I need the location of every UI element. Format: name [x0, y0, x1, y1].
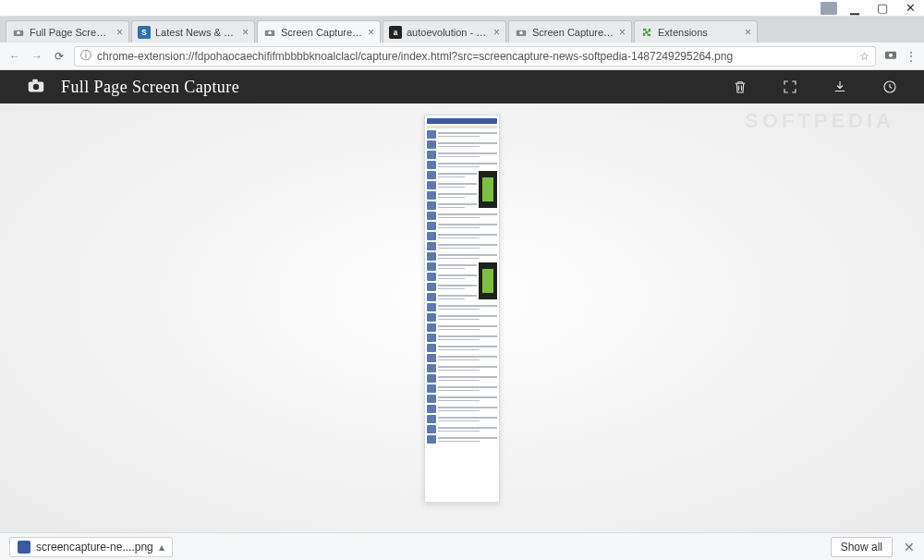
address-bar[interactable]: ⓘ chrome-extension://fdpohaocaechififmbb…	[74, 46, 876, 67]
extension-camera-icon[interactable]	[883, 47, 898, 65]
downloads-bar-close-button[interactable]: ✕	[904, 540, 915, 554]
browser-menu-button[interactable]: ⋮	[906, 50, 917, 63]
tab-favicon: a	[389, 26, 402, 39]
browser-tab[interactable]: Extensions×	[634, 20, 758, 43]
svg-point-11	[889, 54, 893, 57]
tab-favicon	[640, 26, 653, 39]
tab-title: autoevolution - autom	[407, 27, 489, 38]
capture-preview[interactable]	[424, 115, 500, 503]
bookmark-star-icon[interactable]: ☆	[859, 50, 869, 63]
tab-favicon: S	[138, 26, 151, 39]
history-button[interactable]	[881, 79, 898, 95]
svg-point-9	[519, 30, 523, 34]
tab-title: Full Page Screen Captu	[30, 27, 112, 38]
app-header: Full Page Screen Capture	[0, 70, 924, 103]
user-avatar[interactable]	[821, 2, 837, 15]
downloads-bar: screencapture-ne....png ▴ Show all ✕	[0, 532, 924, 560]
svg-point-13	[33, 83, 39, 89]
window-minimize-button[interactable]: ▁	[841, 1, 869, 15]
download-item[interactable]: screencapture-ne....png ▴	[9, 537, 173, 557]
show-all-downloads-button[interactable]: Show all	[831, 537, 893, 557]
svg-rect-14	[32, 79, 38, 82]
tab-close-icon[interactable]: ×	[745, 26, 751, 39]
browser-tab[interactable]: SLatest News & Reviews×	[131, 20, 255, 43]
window-titlebar: ▁ ▢ ✕	[0, 0, 924, 17]
tab-title: Latest News & Reviews	[155, 27, 237, 38]
reload-button[interactable]: ⟳	[52, 50, 67, 63]
svg-text:a: a	[394, 28, 398, 36]
tab-close-icon[interactable]: ×	[242, 26, 249, 39]
tab-close-icon[interactable]: ×	[116, 26, 123, 39]
tab-favicon	[515, 26, 528, 39]
tab-close-icon[interactable]: ×	[368, 26, 374, 39]
browser-tab[interactable]: Full Page Screen Captu×	[6, 20, 129, 43]
file-icon	[18, 541, 30, 554]
fullscreen-button[interactable]	[782, 79, 798, 95]
window-close-button[interactable]: ✕	[896, 1, 924, 15]
download-filename: screencapture-ne....png	[36, 541, 153, 554]
capture-viewport: SOFTPEDIA	[0, 103, 924, 532]
tab-favicon	[263, 26, 276, 39]
svg-text:S: S	[141, 28, 147, 36]
browser-tab[interactable]: Screen Capture Result×	[257, 20, 381, 43]
download-button[interactable]	[832, 79, 848, 95]
download-caret-icon[interactable]: ▴	[159, 541, 164, 554]
toolbar: ← → ⟳ ⓘ chrome-extension://fdpohaocaechi…	[0, 43, 924, 70]
forward-button[interactable]: →	[30, 50, 44, 63]
delete-button[interactable]	[732, 79, 748, 95]
tab-title: Extensions	[658, 27, 740, 38]
back-button[interactable]: ←	[7, 50, 22, 63]
svg-point-1	[17, 30, 20, 34]
svg-point-5	[268, 30, 272, 34]
tab-title: Screen Capture Result	[532, 27, 614, 38]
tab-favicon	[12, 26, 25, 39]
tab-strip: Full Page Screen Captu×SLatest News & Re…	[0, 17, 924, 43]
url-text: chrome-extension://fdpohaocaechififmbbbb…	[97, 50, 854, 63]
window-maximize-button[interactable]: ▢	[869, 1, 896, 15]
app-title: Full Page Screen Capture	[61, 78, 239, 97]
tab-close-icon[interactable]: ×	[619, 26, 626, 39]
watermark-text: SOFTPEDIA	[745, 109, 894, 133]
browser-tab[interactable]: Screen Capture Result×	[508, 20, 632, 43]
browser-tab[interactable]: aautoevolution - autom×	[383, 20, 506, 43]
tab-close-icon[interactable]: ×	[493, 26, 500, 39]
site-info-icon[interactable]: ⓘ	[80, 48, 91, 64]
app-logo-camera-icon	[26, 76, 46, 99]
tab-title: Screen Capture Result	[281, 27, 363, 38]
